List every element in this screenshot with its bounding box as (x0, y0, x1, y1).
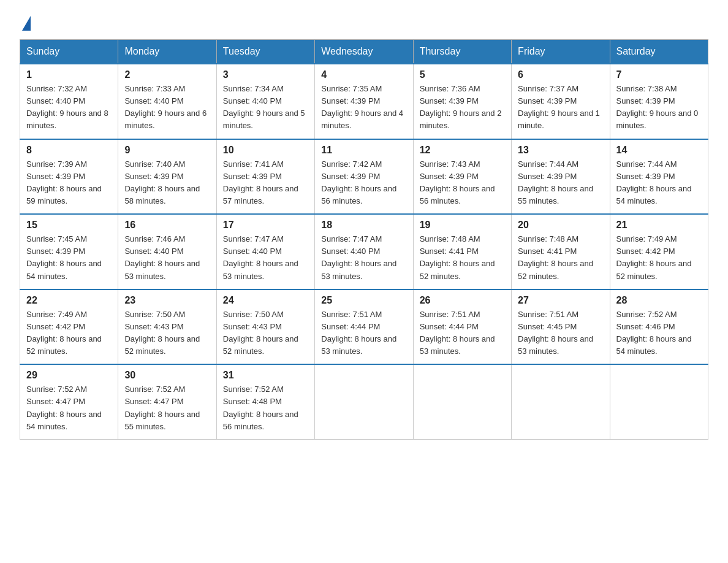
day-number: 10 (223, 145, 308, 156)
calendar-cell: 5 Sunrise: 7:36 AM Sunset: 4:39 PM Dayli… (413, 64, 511, 139)
day-info: Sunrise: 7:32 AM Sunset: 4:40 PM Dayligh… (26, 83, 112, 132)
day-info: Sunrise: 7:51 AM Sunset: 4:44 PM Dayligh… (321, 308, 406, 358)
day-number: 24 (223, 295, 308, 306)
day-number: 4 (321, 69, 406, 80)
calendar-cell: 1 Sunrise: 7:32 AM Sunset: 4:40 PM Dayli… (20, 64, 118, 139)
day-number: 12 (420, 145, 505, 156)
day-info: Sunrise: 7:50 AM Sunset: 4:43 PM Dayligh… (223, 308, 308, 358)
day-info: Sunrise: 7:35 AM Sunset: 4:39 PM Dayligh… (321, 83, 406, 132)
calendar-cell: 7 Sunrise: 7:38 AM Sunset: 4:39 PM Dayli… (610, 64, 708, 139)
day-number: 8 (26, 145, 112, 156)
day-number: 18 (321, 220, 406, 231)
day-info: Sunrise: 7:43 AM Sunset: 4:39 PM Dayligh… (420, 158, 505, 208)
day-number: 13 (518, 145, 603, 156)
calendar-header-thursday: Thursday (413, 40, 511, 64)
day-info: Sunrise: 7:49 AM Sunset: 4:42 PM Dayligh… (616, 233, 702, 283)
day-number: 7 (616, 69, 702, 80)
calendar-header-wednesday: Wednesday (315, 40, 413, 64)
calendar-cell: 21 Sunrise: 7:49 AM Sunset: 4:42 PM Dayl… (610, 214, 708, 289)
calendar-cell (413, 364, 511, 439)
calendar-cell: 8 Sunrise: 7:39 AM Sunset: 4:39 PM Dayli… (20, 139, 118, 215)
day-number: 29 (26, 370, 112, 381)
day-number: 22 (26, 295, 112, 306)
calendar-header-sunday: Sunday (20, 40, 118, 64)
day-info: Sunrise: 7:37 AM Sunset: 4:39 PM Dayligh… (518, 83, 603, 132)
calendar-cell: 29 Sunrise: 7:52 AM Sunset: 4:47 PM Dayl… (20, 364, 118, 439)
day-number: 25 (321, 295, 406, 306)
day-number: 16 (124, 220, 210, 231)
day-info: Sunrise: 7:44 AM Sunset: 4:39 PM Dayligh… (616, 158, 702, 208)
day-number: 6 (518, 69, 603, 80)
calendar-header-monday: Monday (118, 40, 216, 64)
day-number: 14 (616, 145, 702, 156)
logo-triangle-icon (22, 16, 31, 31)
calendar-cell: 15 Sunrise: 7:45 AM Sunset: 4:39 PM Dayl… (20, 214, 118, 289)
calendar-cell: 10 Sunrise: 7:41 AM Sunset: 4:39 PM Dayl… (216, 139, 314, 215)
calendar-cell: 18 Sunrise: 7:47 AM Sunset: 4:40 PM Dayl… (315, 214, 413, 289)
day-info: Sunrise: 7:47 AM Sunset: 4:40 PM Dayligh… (223, 233, 308, 283)
day-info: Sunrise: 7:48 AM Sunset: 4:41 PM Dayligh… (420, 233, 505, 283)
calendar-cell: 27 Sunrise: 7:51 AM Sunset: 4:45 PM Dayl… (512, 289, 610, 365)
calendar-header-tuesday: Tuesday (216, 40, 314, 64)
day-number: 30 (124, 370, 210, 381)
day-number: 15 (26, 220, 112, 231)
calendar-cell: 25 Sunrise: 7:51 AM Sunset: 4:44 PM Dayl… (315, 289, 413, 365)
day-info: Sunrise: 7:39 AM Sunset: 4:39 PM Dayligh… (26, 158, 112, 208)
calendar-cell (610, 364, 708, 439)
day-number: 2 (124, 69, 210, 80)
day-number: 21 (616, 220, 702, 231)
day-number: 23 (124, 295, 210, 306)
calendar-cell: 16 Sunrise: 7:46 AM Sunset: 4:40 PM Dayl… (118, 214, 216, 289)
calendar-header-row: SundayMondayTuesdayWednesdayThursdayFrid… (20, 40, 708, 64)
calendar-header-friday: Friday (512, 40, 610, 64)
day-info: Sunrise: 7:49 AM Sunset: 4:42 PM Dayligh… (26, 308, 112, 358)
day-info: Sunrise: 7:50 AM Sunset: 4:43 PM Dayligh… (124, 308, 210, 358)
calendar-cell: 24 Sunrise: 7:50 AM Sunset: 4:43 PM Dayl… (216, 289, 314, 365)
day-info: Sunrise: 7:52 AM Sunset: 4:47 PM Dayligh… (26, 383, 112, 433)
day-number: 28 (616, 295, 702, 306)
day-number: 31 (223, 370, 308, 381)
day-info: Sunrise: 7:47 AM Sunset: 4:40 PM Dayligh… (321, 233, 406, 283)
calendar-week-row: 15 Sunrise: 7:45 AM Sunset: 4:39 PM Dayl… (20, 214, 708, 289)
calendar-cell: 14 Sunrise: 7:44 AM Sunset: 4:39 PM Dayl… (610, 139, 708, 215)
day-number: 20 (518, 220, 603, 231)
logo (20, 15, 31, 28)
day-info: Sunrise: 7:42 AM Sunset: 4:39 PM Dayligh… (321, 158, 406, 208)
day-number: 3 (223, 69, 308, 80)
day-number: 27 (518, 295, 603, 306)
day-info: Sunrise: 7:36 AM Sunset: 4:39 PM Dayligh… (420, 83, 505, 132)
calendar-cell: 17 Sunrise: 7:47 AM Sunset: 4:40 PM Dayl… (216, 214, 314, 289)
day-info: Sunrise: 7:33 AM Sunset: 4:40 PM Dayligh… (124, 83, 210, 132)
calendar-cell: 2 Sunrise: 7:33 AM Sunset: 4:40 PM Dayli… (118, 64, 216, 139)
day-number: 1 (26, 69, 112, 80)
calendar-cell: 13 Sunrise: 7:44 AM Sunset: 4:39 PM Dayl… (512, 139, 610, 215)
calendar-cell: 23 Sunrise: 7:50 AM Sunset: 4:43 PM Dayl… (118, 289, 216, 365)
day-info: Sunrise: 7:44 AM Sunset: 4:39 PM Dayligh… (518, 158, 603, 208)
day-info: Sunrise: 7:41 AM Sunset: 4:39 PM Dayligh… (223, 158, 308, 208)
calendar-cell: 30 Sunrise: 7:52 AM Sunset: 4:47 PM Dayl… (118, 364, 216, 439)
calendar-cell: 4 Sunrise: 7:35 AM Sunset: 4:39 PM Dayli… (315, 64, 413, 139)
day-info: Sunrise: 7:51 AM Sunset: 4:45 PM Dayligh… (518, 308, 603, 358)
calendar-cell (512, 364, 610, 439)
calendar-cell: 28 Sunrise: 7:52 AM Sunset: 4:46 PM Dayl… (610, 289, 708, 365)
day-info: Sunrise: 7:45 AM Sunset: 4:39 PM Dayligh… (26, 233, 112, 283)
calendar-cell: 31 Sunrise: 7:52 AM Sunset: 4:48 PM Dayl… (216, 364, 314, 439)
calendar-week-row: 29 Sunrise: 7:52 AM Sunset: 4:47 PM Dayl… (20, 364, 708, 439)
calendar-cell: 26 Sunrise: 7:51 AM Sunset: 4:44 PM Dayl… (413, 289, 511, 365)
day-info: Sunrise: 7:46 AM Sunset: 4:40 PM Dayligh… (124, 233, 210, 283)
calendar-cell: 19 Sunrise: 7:48 AM Sunset: 4:41 PM Dayl… (413, 214, 511, 289)
day-info: Sunrise: 7:52 AM Sunset: 4:47 PM Dayligh… (124, 383, 210, 433)
day-number: 5 (420, 69, 505, 80)
calendar-cell: 3 Sunrise: 7:34 AM Sunset: 4:40 PM Dayli… (216, 64, 314, 139)
calendar-week-row: 8 Sunrise: 7:39 AM Sunset: 4:39 PM Dayli… (20, 139, 708, 215)
page-header (20, 15, 708, 28)
day-number: 26 (420, 295, 505, 306)
day-info: Sunrise: 7:34 AM Sunset: 4:40 PM Dayligh… (223, 83, 308, 132)
day-number: 19 (420, 220, 505, 231)
calendar-cell: 9 Sunrise: 7:40 AM Sunset: 4:39 PM Dayli… (118, 139, 216, 215)
calendar-cell (315, 364, 413, 439)
calendar-table: SundayMondayTuesdayWednesdayThursdayFrid… (20, 39, 708, 440)
day-info: Sunrise: 7:52 AM Sunset: 4:46 PM Dayligh… (616, 308, 702, 358)
day-info: Sunrise: 7:51 AM Sunset: 4:44 PM Dayligh… (420, 308, 505, 358)
calendar-week-row: 1 Sunrise: 7:32 AM Sunset: 4:40 PM Dayli… (20, 64, 708, 139)
